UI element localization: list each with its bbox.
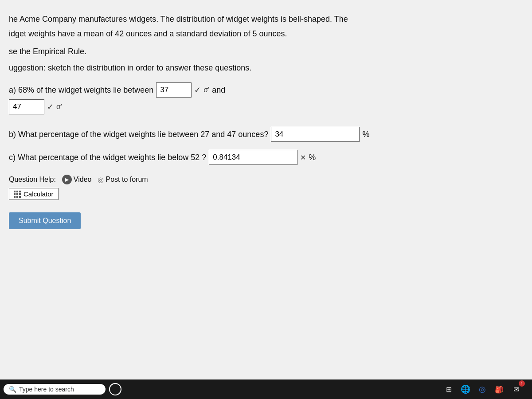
- part-a-check2: ✓: [47, 102, 54, 112]
- part-a-label: a) 68% of the widget weights lie between: [9, 86, 153, 95]
- part-b-input[interactable]: [271, 127, 360, 142]
- taskbar-grid-icon[interactable]: ⊞: [442, 383, 455, 395]
- part-c-percent: %: [309, 153, 316, 162]
- part-c-input[interactable]: [209, 150, 297, 165]
- search-icon: 🔍: [9, 386, 16, 393]
- video-label: Video: [74, 176, 92, 184]
- close-icon[interactable]: ✕: [300, 153, 306, 162]
- part-a-and: and: [212, 86, 225, 95]
- play-icon: ▶: [62, 175, 72, 184]
- taskbar-globe-icon[interactable]: 🌐: [459, 383, 472, 395]
- part-b-percent: %: [362, 130, 369, 139]
- part-b-row: b) What percentage of the widget weights…: [9, 127, 514, 142]
- suggestion-text: uggestion: sketch the distribution in or…: [9, 63, 514, 73]
- submit-button[interactable]: Submit Question: [9, 212, 81, 229]
- part-b-section: b) What percentage of the widget weights…: [9, 127, 514, 142]
- taskbar-windows-circle[interactable]: [109, 383, 121, 395]
- part-a-input1[interactable]: [156, 82, 192, 98]
- part-a-check1: ✓: [194, 85, 201, 95]
- taskbar: 🔍 Type here to search ⊞ 🌐 ◎ 🎒 ✉ 1: [0, 379, 532, 399]
- problem-text-1: he Acme Company manufactures widgets. Th…: [9, 13, 514, 25]
- taskbar-edge-icon[interactable]: ◎: [476, 383, 489, 395]
- post-forum-link[interactable]: ◎ Post to forum: [98, 176, 148, 184]
- part-a-input2[interactable]: [9, 99, 44, 114]
- taskbar-search-text: Type here to search: [19, 386, 74, 393]
- part-a-section: a) 68% of the widget weights lie between…: [9, 82, 514, 114]
- calculator-label: Calculator: [23, 190, 54, 198]
- use-rule-text: se the Empirical Rule.: [9, 47, 514, 56]
- notification-badge: 1: [519, 380, 525, 387]
- part-c-section: c) What percentage of the widget weights…: [9, 150, 514, 165]
- taskbar-bag-icon[interactable]: 🎒: [493, 383, 505, 395]
- part-a-row2: ✓ σ': [9, 99, 514, 114]
- post-forum-label: Post to forum: [106, 176, 148, 184]
- part-a-row1: a) 68% of the widget weights lie between…: [9, 82, 514, 98]
- part-a-sigma1: σ': [203, 86, 209, 94]
- part-c-label: c) What percentage of the widget weights…: [9, 153, 206, 162]
- problem-text-2: idget weights have a mean of 42 ounces a…: [9, 28, 514, 40]
- video-link[interactable]: ▶ Video: [62, 175, 92, 184]
- calculator-button[interactable]: Calculator: [9, 188, 59, 200]
- main-content: he Acme Company manufactures widgets. Th…: [0, 0, 532, 381]
- part-a-sigma2: σ': [56, 103, 62, 111]
- calculator-grid-icon: [14, 191, 21, 198]
- question-help-section: Question Help: ▶ Video ◎ Post to forum: [9, 175, 514, 184]
- forum-icon: ◎: [98, 176, 104, 184]
- question-help-label: Question Help:: [9, 176, 56, 184]
- part-b-label: b) What percentage of the widget weights…: [9, 130, 268, 139]
- taskbar-right-section: ⊞ 🌐 ◎ 🎒 ✉ 1: [442, 383, 528, 395]
- part-c-row: c) What percentage of the widget weights…: [9, 150, 514, 165]
- taskbar-search-bar[interactable]: 🔍 Type here to search: [4, 384, 106, 395]
